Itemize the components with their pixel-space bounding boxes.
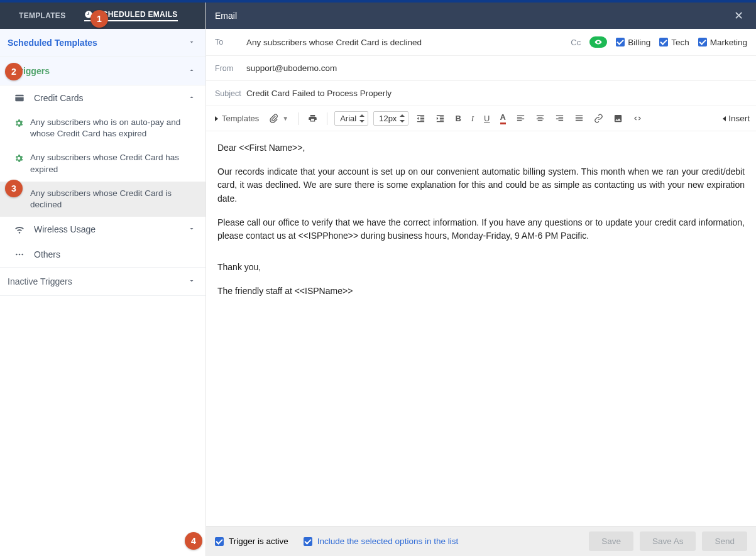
chevron-down-icon: [188, 276, 195, 286]
close-button[interactable]: ✕: [730, 6, 747, 25]
toolbar-align-left[interactable]: [513, 111, 528, 126]
text-color-icon: A: [500, 112, 506, 124]
body-paragraph: Our records indicate that your account i…: [217, 165, 745, 206]
tab-scheduled-emails-label: SCHEDULED EMAILS: [97, 10, 177, 19]
toolbar-image[interactable]: [611, 111, 625, 126]
sidebar-item-label: Others: [34, 249, 195, 259]
sidebar-body: Scheduled Templates e Triggers Credit Ca…: [0, 29, 205, 556]
send-button[interactable]: Send: [702, 531, 747, 551]
cc-button[interactable]: Cc: [571, 38, 581, 47]
checkbox-trigger-active[interactable]: Trigger is active: [215, 537, 288, 546]
toolbar-font-size[interactable]: 12px: [373, 111, 408, 126]
toolbar-link[interactable]: [591, 111, 606, 126]
sidebar-item-others[interactable]: Others: [0, 242, 205, 267]
field-to: To Any subscribers whose Credit Card is …: [206, 29, 756, 56]
align-right-icon: [555, 114, 564, 123]
bold-icon: B: [455, 114, 461, 123]
email-body-editor[interactable]: Dear <<First Name>>, Our records indicat…: [206, 131, 756, 526]
toolbar-align-right[interactable]: [552, 111, 567, 126]
body-paragraph: Dear <<First Name>>,: [217, 141, 745, 155]
italic-icon: I: [471, 114, 474, 124]
gear-icon: [14, 118, 24, 128]
editor-toolbar: Templates ▼ Arial 12px B I U A Insert: [206, 106, 756, 131]
tag-label: Marketing: [710, 38, 747, 47]
toolbar-templates[interactable]: Templates: [212, 111, 261, 126]
chevron-up-icon: [188, 93, 195, 103]
toolbar-indent[interactable]: [433, 111, 447, 126]
save-as-button[interactable]: Save As: [640, 531, 696, 551]
footer-buttons: Save Save As Send: [589, 531, 747, 551]
tag-label: Tech: [671, 38, 689, 47]
checkbox-include-selected[interactable]: Include the selected options in the list: [304, 537, 458, 546]
sidebar-section-label: Scheduled Templates: [8, 38, 97, 48]
chevron-down-icon: [188, 224, 195, 234]
checkbox-icon: [304, 537, 312, 546]
sidebar: TEMPLATES SCHEDULED EMAILS Scheduled Tem…: [0, 3, 206, 556]
toolbar-insert-label: Insert: [728, 114, 750, 123]
toolbar-print[interactable]: [305, 111, 320, 126]
sidebar-item-label: Credit Cards: [34, 93, 182, 103]
toolbar-italic[interactable]: I: [469, 111, 476, 126]
underline-icon: U: [484, 114, 490, 123]
subject-value[interactable]: Credit Card Failed to Process Properly: [246, 89, 747, 98]
sidebar-section-inactive-triggers[interactable]: Inactive Triggers: [0, 267, 205, 296]
toolbar-insert[interactable]: Insert: [723, 114, 750, 123]
trigger-row-autopay-expired[interactable]: Any subscribers who is on auto-pay and w…: [0, 111, 205, 146]
from-value[interactable]: support@ubodemo.com: [246, 63, 747, 73]
toolbar-attachment[interactable]: ▼: [266, 111, 291, 126]
credit-card-icon: [11, 93, 28, 103]
print-icon: [308, 114, 317, 123]
caret-right-icon: [215, 116, 218, 121]
toolbar-text-color[interactable]: A: [498, 110, 508, 127]
save-button[interactable]: Save: [589, 531, 633, 551]
visibility-toggle[interactable]: [589, 36, 607, 48]
gear-icon: [14, 153, 24, 163]
outdent-icon: [416, 114, 425, 123]
caret-left-icon: [723, 116, 726, 121]
trigger-row-cc-declined[interactable]: Any subscribers whose Credit Card is dec…: [0, 182, 205, 217]
recipient-tags: Cc Billing Tech Marketing: [571, 36, 747, 48]
to-value[interactable]: Any subscribers whose Credit Card is dec…: [246, 38, 571, 47]
toolbar-templates-label: Templates: [222, 114, 259, 123]
footer-bar: Trigger is active Include the selected o…: [206, 526, 756, 556]
indent-icon: [436, 114, 445, 123]
wifi-icon: [11, 224, 28, 234]
svg-point-2: [21, 254, 23, 256]
align-justify-icon: [574, 114, 584, 123]
tag-billing[interactable]: Billing: [616, 38, 650, 47]
tag-marketing[interactable]: Marketing: [698, 38, 747, 47]
image-icon: [613, 114, 623, 123]
tag-tech[interactable]: Tech: [659, 38, 689, 47]
dots-icon: [11, 249, 28, 259]
tab-templates[interactable]: TEMPLATES: [19, 11, 65, 20]
body-paragraph: Please call our office to verify that we…: [217, 216, 745, 243]
sidebar-item-credit-cards[interactable]: Credit Cards: [0, 85, 205, 111]
field-from: From support@ubodemo.com: [206, 56, 756, 81]
to-label: To: [215, 38, 246, 46]
sidebar-item-wireless-usage[interactable]: Wireless Usage: [0, 217, 205, 242]
toolbar-align-justify[interactable]: [572, 111, 586, 126]
checkbox-label: Include the selected options in the list: [317, 537, 458, 546]
sidebar-section-scheduled-templates[interactable]: Scheduled Templates: [0, 29, 205, 57]
trigger-row-label: Any subscribers who is on auto-pay and w…: [30, 117, 193, 139]
tag-label: Billing: [628, 38, 650, 47]
checkbox-icon: [215, 537, 224, 546]
main-pane: Email ✕ To Any subscribers whose Credit …: [206, 3, 756, 556]
toolbar-underline[interactable]: U: [481, 111, 492, 126]
sidebar-section-active-triggers[interactable]: e Triggers: [0, 57, 205, 85]
from-label: From: [215, 64, 246, 73]
toolbar-code[interactable]: [630, 111, 645, 126]
body-paragraph: The friendly staff at <<ISPName>>: [217, 285, 745, 298]
paperclip-icon: [269, 114, 278, 123]
callout-badge-2: 2: [5, 63, 23, 80]
page-title: Email: [215, 11, 237, 21]
toolbar-outdent[interactable]: [414, 111, 428, 126]
chevron-down-icon: [188, 38, 195, 48]
eye-icon: [594, 38, 602, 46]
toolbar-align-center[interactable]: [533, 111, 547, 126]
toolbar-bold[interactable]: B: [452, 111, 463, 126]
trigger-row-cc-expired[interactable]: Any subscribers whose Credit Card has ex…: [0, 146, 205, 181]
trigger-row-label: Any subscribers whose Credit Card has ex…: [30, 152, 193, 175]
checkbox-icon: [616, 38, 625, 46]
toolbar-font-family[interactable]: Arial: [334, 111, 368, 126]
